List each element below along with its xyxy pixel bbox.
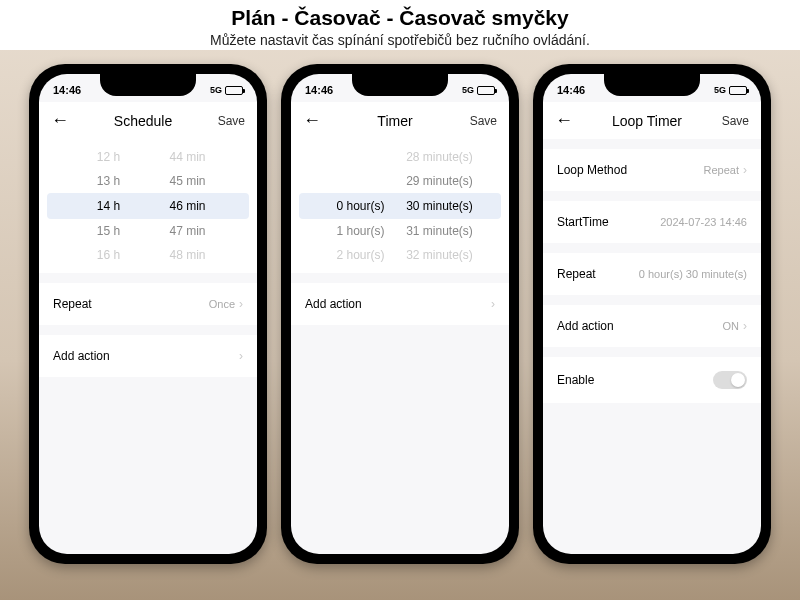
picker-hour [321, 174, 400, 188]
battery-icon [477, 86, 495, 95]
status-network: 5G [462, 85, 474, 95]
picker-min: 30 minute(s) [400, 199, 479, 213]
picker-min: 29 minute(s) [400, 174, 479, 188]
repeat-row[interactable]: Repeat 0 hour(s) 30 minute(s) [543, 253, 761, 295]
save-button[interactable]: Save [467, 114, 497, 128]
back-button[interactable]: ← [303, 110, 323, 131]
phones-container: 14:46 5G ← Schedule Save 12 h44 min 13 h… [0, 50, 800, 564]
phone-timer: 14:46 5G ← Timer Save 28 minute(s) 29 mi… [281, 64, 519, 564]
add-action-label: Add action [557, 319, 614, 333]
picker-hour: 12 h [69, 150, 148, 164]
enable-toggle[interactable] [713, 371, 747, 389]
add-action-row[interactable]: Add action › [291, 283, 509, 325]
enable-label: Enable [557, 373, 594, 387]
phone-loop-timer: 14:46 5G ← Loop Timer Save Loop Method R… [533, 64, 771, 564]
picker-hour: 0 hour(s) [321, 199, 400, 213]
start-time-row[interactable]: StartTime 2024-07-23 14:46 [543, 201, 761, 243]
start-time-label: StartTime [557, 215, 609, 229]
time-picker[interactable]: 12 h44 min 13 h45 min 14 h46 min 15 h47 … [39, 139, 257, 273]
chevron-right-icon: › [491, 297, 495, 311]
chevron-right-icon: › [743, 163, 747, 177]
add-action-row[interactable]: Add action ON› [543, 305, 761, 347]
repeat-label: Repeat [53, 297, 92, 311]
nav-bar: ← Schedule Save [39, 102, 257, 139]
picker-hour: 14 h [69, 199, 148, 213]
add-action-label: Add action [305, 297, 362, 311]
picker-min: 46 min [148, 199, 227, 213]
screen-title: Schedule [71, 113, 215, 129]
loop-method-row[interactable]: Loop Method Repeat› [543, 149, 761, 191]
duration-picker[interactable]: 28 minute(s) 29 minute(s) 0 hour(s)30 mi… [291, 139, 509, 273]
page-header: Plán - Časovač - Časovač smyčky Můžete n… [0, 0, 800, 50]
picker-hour: 16 h [69, 248, 148, 262]
page-subtitle: Můžete nastavit čas spínání spotřebičů b… [0, 32, 800, 48]
repeat-label: Repeat [557, 267, 596, 281]
screen-title: Loop Timer [575, 113, 719, 129]
status-time: 14:46 [557, 84, 585, 96]
picker-min: 45 min [148, 174, 227, 188]
loop-method-label: Loop Method [557, 163, 627, 177]
picker-min: 31 minute(s) [400, 224, 479, 238]
notch [352, 74, 448, 96]
status-network: 5G [714, 85, 726, 95]
picker-min: 47 min [148, 224, 227, 238]
start-time-value: 2024-07-23 14:46 [660, 216, 747, 228]
picker-hour [321, 150, 400, 164]
picker-hour: 15 h [69, 224, 148, 238]
nav-bar: ← Loop Timer Save [543, 102, 761, 139]
battery-icon [729, 86, 747, 95]
repeat-row[interactable]: Repeat Once› [39, 283, 257, 325]
add-action-label: Add action [53, 349, 110, 363]
add-action-row[interactable]: Add action › [39, 335, 257, 377]
picker-hour: 2 hour(s) [321, 248, 400, 262]
notch [604, 74, 700, 96]
screen-title: Timer [323, 113, 467, 129]
save-button[interactable]: Save [215, 114, 245, 128]
status-time: 14:46 [305, 84, 333, 96]
chevron-right-icon: › [239, 349, 243, 363]
enable-row: Enable [543, 357, 761, 403]
phone-schedule: 14:46 5G ← Schedule Save 12 h44 min 13 h… [29, 64, 267, 564]
loop-method-value: Repeat [704, 164, 739, 176]
battery-icon [225, 86, 243, 95]
picker-hour: 1 hour(s) [321, 224, 400, 238]
picker-hour: 13 h [69, 174, 148, 188]
notch [100, 74, 196, 96]
repeat-value: Once [209, 298, 235, 310]
status-time: 14:46 [53, 84, 81, 96]
page-title: Plán - Časovač - Časovač smyčky [0, 6, 800, 30]
chevron-right-icon: › [743, 319, 747, 333]
picker-min: 28 minute(s) [400, 150, 479, 164]
back-button[interactable]: ← [555, 110, 575, 131]
save-button[interactable]: Save [719, 114, 749, 128]
status-network: 5G [210, 85, 222, 95]
repeat-value: 0 hour(s) 30 minute(s) [639, 268, 747, 280]
picker-min: 48 min [148, 248, 227, 262]
picker-min: 44 min [148, 150, 227, 164]
picker-min: 32 minute(s) [400, 248, 479, 262]
nav-bar: ← Timer Save [291, 102, 509, 139]
back-button[interactable]: ← [51, 110, 71, 131]
add-action-value: ON [723, 320, 740, 332]
chevron-right-icon: › [239, 297, 243, 311]
